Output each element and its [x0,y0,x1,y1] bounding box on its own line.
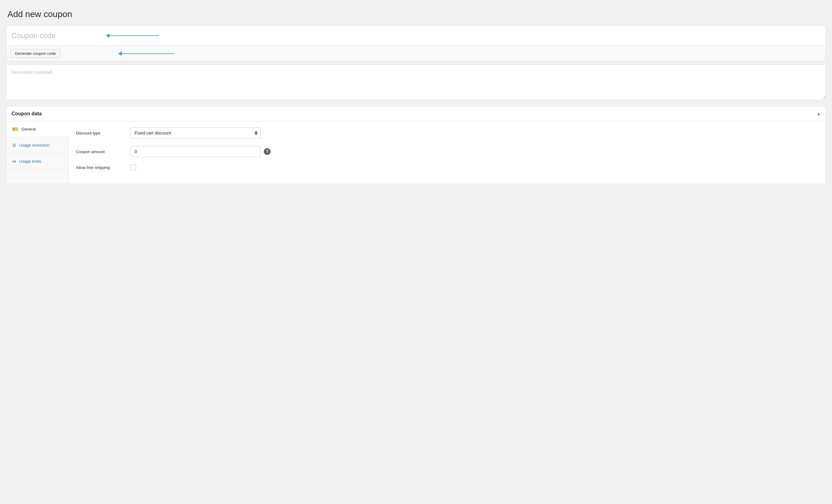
usage-restriction-icon: ⊘ [12,142,16,148]
collapse-arrow-icon[interactable]: ▲ [817,112,821,116]
coupon-tabs: 🎫 General ⊘ Usage restriction ⇔ Usage li… [6,121,69,184]
coupon-data-header: Coupon data ▲ [6,107,826,121]
coupon-code-arrow-annotation [106,33,159,38]
coupon-code-input-wrapper [6,26,826,46]
tab-usage-restriction-label: Usage restriction [19,143,50,148]
page-title: Add new coupon [6,9,826,19]
generate-arrow-head [118,51,122,56]
discount-type-label: Discount type [76,131,126,135]
coupon-tab-content-general: Discount type Percentage discount Fixed … [69,121,826,184]
coupon-code-section: Generate coupon code [6,25,826,61]
tab-usage-limits-label: Usage limits [19,159,41,164]
usage-limits-icon: ⇔ [12,158,16,164]
generate-arrow-line [122,53,175,54]
tab-usage-restriction[interactable]: ⊘ Usage restriction [6,137,68,154]
coupon-amount-row: Coupon amount ? [76,146,818,157]
ticket-icon: 🎫 [12,126,18,132]
allow-free-shipping-field [130,165,818,170]
coupon-data-title: Coupon data [11,111,42,116]
allow-free-shipping-row: Allow free shipping [76,165,818,170]
discount-type-select-wrapper: Percentage discount Fixed cart discount … [130,127,261,138]
tab-general[interactable]: 🎫 General [6,121,69,137]
description-section [6,64,826,100]
coupon-amount-input[interactable] [130,146,261,157]
generate-arrow-annotation [118,51,175,56]
description-textarea[interactable] [6,65,826,99]
coupon-data-section: Coupon data ▲ 🎫 General ⊘ Usage restrict… [6,106,826,184]
allow-free-shipping-label: Allow free shipping [76,165,126,170]
coupon-amount-help-icon[interactable]: ? [264,148,270,155]
coupon-data-body: 🎫 General ⊘ Usage restriction ⇔ Usage li… [6,121,826,184]
coupon-amount-field: ? [130,146,818,157]
generate-btn-row: Generate coupon code [6,46,826,61]
coupon-amount-label: Coupon amount [76,150,126,154]
generate-coupon-code-button[interactable]: Generate coupon code [10,49,60,58]
arrow-head-left [106,33,109,38]
allow-free-shipping-checkbox[interactable] [130,165,136,170]
tab-general-label: General [21,127,36,131]
discount-type-field: Percentage discount Fixed cart discount … [130,127,818,138]
arrow-line [109,35,159,36]
tab-usage-limits[interactable]: ⇔ Usage limits [6,154,68,169]
discount-type-row: Discount type Percentage discount Fixed … [76,127,818,138]
discount-type-select[interactable]: Percentage discount Fixed cart discount … [130,127,261,138]
